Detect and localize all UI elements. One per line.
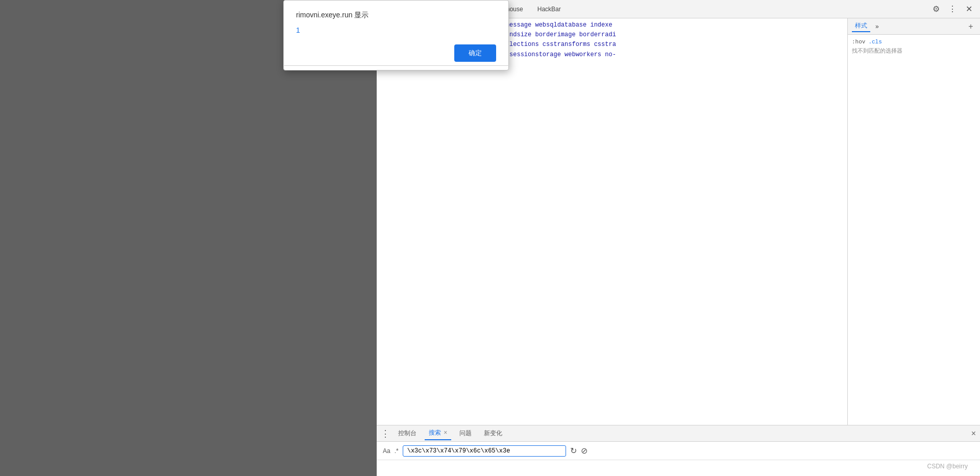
tab-issues[interactable]: 问题	[455, 427, 476, 440]
search-input[interactable]	[403, 445, 566, 457]
hov-filter[interactable]: :hov	[852, 39, 865, 45]
watermark: CSDN @beirry	[927, 463, 968, 470]
search-aa-label[interactable]: Aa	[383, 447, 390, 455]
bottom-tabs: ⋮ 控制台 搜索 × 问题 新变化 ×	[377, 425, 980, 442]
no-match-text: 找不到匹配的选择器	[852, 47, 976, 55]
dialog-divider	[283, 65, 509, 66]
tab-hackbar[interactable]: HackBar	[531, 4, 567, 15]
tab-console[interactable]: 控制台	[394, 427, 421, 440]
alert-ok-button[interactable]: 确定	[454, 44, 496, 62]
more-options-icon[interactable]: ⋮	[945, 2, 960, 16]
styles-toolbar: 样式 » +	[848, 18, 980, 35]
styles-panel: 样式 » + :hov .cls 找不到匹配的选择器	[847, 18, 980, 425]
devtools-bottom: ⋮ 控制台 搜索 × 问题 新变化 × Aa .* ↻ ⊘	[377, 425, 980, 476]
bottom-three-dots-icon[interactable]: ⋮	[381, 428, 390, 439]
tab-styles-more[interactable]: »	[872, 22, 882, 31]
settings-icon[interactable]: ⚙	[929, 2, 943, 16]
tab-styles[interactable]: 样式	[852, 20, 870, 32]
alert-buttons: 确定	[296, 44, 496, 62]
styles-filter-row: :hov .cls	[852, 39, 976, 45]
elements-content: xt webgl no-touch geolocation postmessag…	[377, 18, 847, 425]
tab-new-changes[interactable]: 新变化	[480, 427, 506, 440]
close-devtools-icon[interactable]: ✕	[962, 2, 976, 16]
devtools-content: xt webgl no-touch geolocation postmessag…	[377, 18, 980, 425]
cls-filter[interactable]: .cls	[868, 39, 881, 45]
styles-content: :hov .cls 找不到匹配的选择器	[848, 35, 980, 425]
alert-overlay: rimovni.exeye.run 显示 1 确定	[0, 0, 377, 476]
tab-search[interactable]: 搜索 ×	[425, 426, 451, 440]
alert-value: 1	[296, 26, 496, 34]
search-block-icon[interactable]: ⊘	[581, 446, 587, 456]
close-bottom-panel-button[interactable]: ×	[971, 429, 976, 438]
search-regex-label[interactable]: .*	[395, 447, 399, 455]
search-tab-close[interactable]: ×	[444, 429, 447, 436]
alert-dialog: rimovni.exeye.run 显示 1 确定	[283, 0, 509, 70]
search-refresh-icon[interactable]: ↻	[570, 446, 577, 456]
search-bar: Aa .* ↻ ⊘	[377, 442, 980, 460]
elements-panel: xt webgl no-touch geolocation postmessag…	[377, 18, 847, 425]
add-style-button[interactable]: +	[966, 21, 976, 32]
devtools-panel: 性能 内存 应用 安全 Lighthouse HackBar ⚙ ⋮ ✕ xt …	[377, 0, 980, 476]
alert-title: rimovni.exeye.run 显示	[296, 11, 496, 20]
